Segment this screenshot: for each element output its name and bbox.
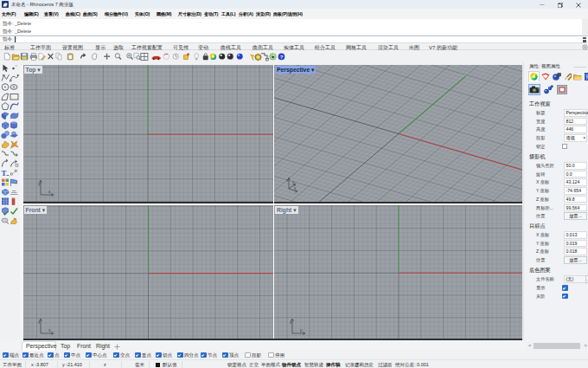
svg-text:_: _ xyxy=(12,188,15,191)
svg-text:y: y xyxy=(38,181,41,186)
svg-text:x: x xyxy=(294,186,297,190)
svg-text:T: T xyxy=(2,169,7,178)
svg-text:y: y xyxy=(292,180,295,184)
svg-text:z: z xyxy=(38,320,41,325)
svg-text:x: x xyxy=(48,189,51,194)
svg-text:x: x xyxy=(48,327,51,332)
svg-text:?: ? xyxy=(280,55,284,60)
